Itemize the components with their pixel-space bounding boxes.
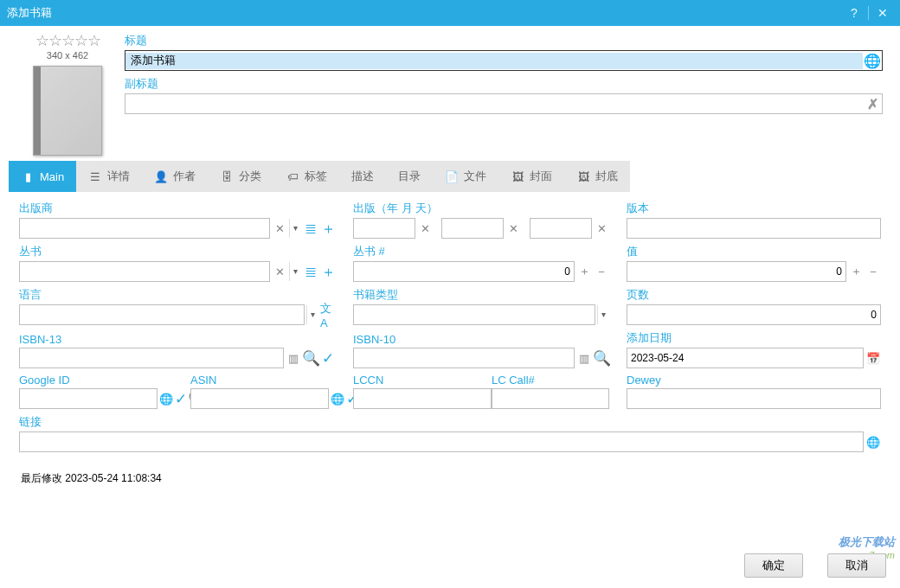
seriesno-input[interactable] xyxy=(353,261,575,282)
close-button[interactable]: ✕ xyxy=(872,6,893,20)
adddate-label: 添加日期 xyxy=(627,330,881,346)
link-input[interactable] xyxy=(19,431,864,452)
series-input[interactable] xyxy=(19,261,270,282)
chevron-down-icon[interactable]: ▾ xyxy=(289,219,301,238)
lccn-input[interactable] xyxy=(353,388,492,409)
value-minus-icon[interactable]: − xyxy=(865,264,881,279)
googleid-globe-icon[interactable]: 🌐 xyxy=(159,391,173,406)
isbn13-label: ISBN-13 xyxy=(19,333,336,346)
image-icon: 🖼 xyxy=(511,169,524,183)
tab-back[interactable]: 🖼 封底 xyxy=(564,161,630,192)
tab-bar: ▮ Main ☰ 详情 👤 作者 🗄 分类 🏷 标签 描述 目录 📄 文件 🖼 … xyxy=(9,161,891,192)
subtitle-input-wrap: ✗ xyxy=(125,93,883,114)
tab-toc[interactable]: 目录 xyxy=(386,161,433,192)
ok-button[interactable]: 确定 xyxy=(744,553,803,578)
googleid-check-icon[interactable]: ✓ xyxy=(175,391,187,406)
clear-series-icon[interactable]: ✕ xyxy=(272,264,287,279)
subtitle-clear-icon[interactable]: ✗ xyxy=(863,96,882,112)
publisher-input[interactable] xyxy=(19,218,270,239)
title-bar: 添加书籍 ? ✕ xyxy=(0,0,900,26)
tab-detail-label: 详情 xyxy=(107,169,130,184)
tab-detail[interactable]: ☰ 详情 xyxy=(76,161,142,192)
title-input[interactable] xyxy=(125,53,863,69)
series-chevron-down-icon[interactable]: ▾ xyxy=(289,262,301,281)
booktype-chevron-icon[interactable]: ▾ xyxy=(597,305,609,324)
tab-files-label: 文件 xyxy=(464,169,486,184)
isbn13-check-icon[interactable]: ✓ xyxy=(320,350,336,366)
dewey-input[interactable] xyxy=(627,388,881,409)
last-modified: 最后修改 2023-05-24 11:08:34 xyxy=(0,466,900,491)
isbn13-search-icon[interactable]: 🔍 xyxy=(303,350,318,366)
value-input[interactable] xyxy=(627,261,846,282)
translate-icon[interactable]: 文A xyxy=(320,307,336,323)
series-list-icon[interactable]: ≣ xyxy=(303,264,318,279)
seriesno-plus-icon[interactable]: ＋ xyxy=(576,264,592,279)
pages-label: 页数 xyxy=(627,287,881,303)
main-form: 出版商 ✕ ▾ ≣ ＋ 出版（年 月 天） ✕ ✕ ✕ 版本 xyxy=(0,192,900,466)
booktype-label: 书籍类型 xyxy=(353,287,609,303)
tab-category[interactable]: 🗄 分类 xyxy=(208,161,273,192)
edition-label: 版本 xyxy=(627,201,881,216)
plus-icon[interactable]: ＋ xyxy=(320,220,336,236)
isbn10-input[interactable] xyxy=(353,348,575,368)
tab-desc-label: 描述 xyxy=(351,169,374,184)
lccall-input[interactable] xyxy=(492,388,609,409)
dewey-label: Dewey xyxy=(627,374,881,387)
clear-day-icon[interactable]: ✕ xyxy=(594,220,609,236)
clear-month-icon[interactable]: ✕ xyxy=(505,220,521,236)
tab-main[interactable]: ▮ Main xyxy=(9,161,76,192)
pub-day-input[interactable] xyxy=(530,218,592,239)
asin-globe-icon[interactable]: 🌐 xyxy=(331,391,344,406)
pubdate-label: 出版（年 月 天） xyxy=(353,201,609,216)
tab-tags[interactable]: 🏷 标签 xyxy=(273,161,339,192)
edition-input[interactable] xyxy=(627,218,881,239)
tab-files[interactable]: 📄 文件 xyxy=(433,161,498,192)
subtitle-input[interactable] xyxy=(125,96,863,112)
isbn13-input[interactable] xyxy=(19,348,284,368)
seriesno-minus-icon[interactable]: − xyxy=(594,264,609,279)
file-icon: 📄 xyxy=(445,169,459,183)
series-label: 丛书 xyxy=(19,244,336,259)
drawer-icon: 🗄 xyxy=(220,169,234,183)
tab-fill xyxy=(630,161,891,192)
image-back-icon: 🖼 xyxy=(576,169,590,183)
tab-main-label: Main xyxy=(40,170,64,183)
calendar-icon[interactable]: 📅 xyxy=(865,350,881,366)
watermark-line1: 极光下载站 xyxy=(839,534,895,550)
clear-icon[interactable]: ✕ xyxy=(272,220,287,236)
tab-author[interactable]: 👤 作者 xyxy=(142,161,208,192)
cover-column: ☆☆☆☆☆ 340 x 462 xyxy=(24,33,111,156)
title-input-wrap: 🌐 xyxy=(125,50,883,71)
cover-preview[interactable] xyxy=(33,66,102,156)
tab-cover[interactable]: 🖼 封面 xyxy=(498,161,564,192)
clear-year-icon[interactable]: ✕ xyxy=(417,220,433,236)
header-fields: 标题 🌐 副标题 ✗ xyxy=(125,33,883,156)
titlebar-separator xyxy=(868,6,869,20)
person-icon: 👤 xyxy=(154,169,168,183)
value-plus-icon[interactable]: ＋ xyxy=(848,264,864,279)
isbn10-barcode-icon[interactable]: ▥ xyxy=(576,350,592,366)
barcode-icon[interactable]: ▥ xyxy=(286,350,301,366)
pub-year-input[interactable] xyxy=(353,218,415,239)
isbn10-search-icon[interactable]: 🔍 xyxy=(594,350,609,366)
adddate-input[interactable] xyxy=(627,348,864,368)
series-plus-icon[interactable]: ＋ xyxy=(320,264,336,279)
googleid-input[interactable] xyxy=(19,388,158,409)
cancel-button[interactable]: 取消 xyxy=(827,553,886,578)
booktype-input[interactable] xyxy=(353,304,595,325)
language-input[interactable] xyxy=(19,304,305,325)
pub-month-input[interactable] xyxy=(441,218,504,239)
list-action-icon[interactable]: ≣ xyxy=(303,220,318,236)
googleid-label: Google ID xyxy=(19,374,173,387)
seriesno-label: 丛书 # xyxy=(353,244,609,259)
help-button[interactable]: ? xyxy=(844,6,865,20)
rating-stars[interactable]: ☆☆☆☆☆ xyxy=(24,33,111,48)
language-chevron-icon[interactable]: ▾ xyxy=(306,305,318,324)
tag-icon: 🏷 xyxy=(286,169,299,183)
asin-input[interactable] xyxy=(190,388,329,409)
web-search-icon[interactable]: 🌐 xyxy=(863,53,882,69)
pages-input[interactable] xyxy=(627,304,881,325)
tab-desc[interactable]: 描述 xyxy=(339,161,386,192)
link-globe-icon[interactable]: 🌐 xyxy=(865,434,881,450)
book-icon: ▮ xyxy=(21,169,35,183)
